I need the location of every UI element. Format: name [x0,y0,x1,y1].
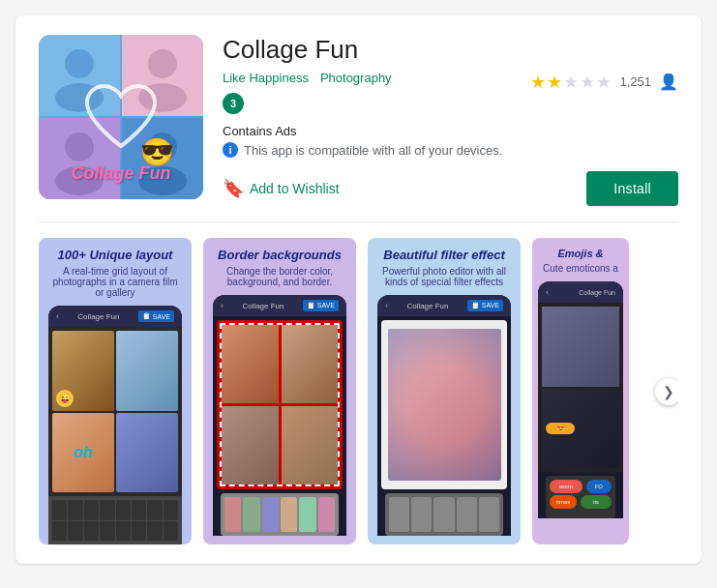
sc4-p1 [542,307,619,387]
sc3-c3 [433,497,454,532]
sc4-emoji: 😍 [546,423,575,434]
sc4-chip3: times [550,495,577,509]
tag-photography[interactable]: Photography [320,71,392,85]
sc1-subtitle: A real-time grid layout of photographs i… [39,266,192,306]
sc4-chip4: its [581,495,612,509]
kb-10 [68,521,82,542]
kb-15 [147,521,162,542]
install-button[interactable]: Install [586,171,678,206]
sc3-c4 [457,497,477,532]
star-2: ★ [547,72,562,93]
tags-and-rating: Like Happiness Photography ★ ★ ★ ★ ★ 1,2… [223,71,678,93]
kb-2 [68,500,82,520]
sc1-title: 100+ Unique layout [39,238,192,266]
next-arrow-icon: ❯ [663,384,674,399]
sc2-bottom [221,493,339,536]
sc4-row1: woop FO [550,480,612,493]
user-icon: 👤 [659,73,678,91]
sc1-photo2 [116,331,178,411]
sc2-c6 [318,497,335,532]
wishlist-label: Add to Wishlist [250,181,340,196]
wishlist-icon: 🔖 [223,178,244,199]
rating-count: 1,251 [619,74,651,89]
sc3-bottom [385,493,503,536]
sc2-p4 [282,406,339,485]
icon-text: Collage Fun [39,163,203,184]
sc1-keyboard [48,496,182,544]
sc4-chip1: woop [550,480,583,493]
star-5: ★ [596,72,612,93]
sc1-back: ‹ [56,311,59,321]
kb-8 [164,500,178,520]
sc4-app-label: Collage Fun [579,289,615,296]
sc2-c5 [299,497,315,532]
screenshot-4: Emojis & Cute emoticons a ‹ Collage Fun … [532,238,629,544]
action-row: 🔖 Add to Wishlist Install [223,171,678,206]
info-icon: i [223,142,238,158]
emoji-sticker: 😎 [140,136,174,168]
sc2-back: ‹ [221,301,224,310]
sc4-chip2: FO [586,480,612,493]
kb-7 [147,500,162,520]
app-title: Collage Fun [223,35,678,65]
star-4: ★ [580,72,595,93]
compat-row: i This app is compatible with all of you… [223,142,678,158]
sc4-row2: times its [550,495,612,509]
app-icon: Collage Fun 😎 [39,35,203,199]
screenshots-row: 100+ Unique layout A real-time grid layo… [39,238,678,544]
sc2-p2 [282,325,339,403]
kb-4 [100,500,114,520]
sc4-phone-bar: ‹ Collage Fun [538,281,623,303]
sc1-phone: ‹ Collage Fun 📋 SAVE 😜 oh [48,306,182,544]
kb-16 [164,521,178,542]
kb-9 [52,521,67,542]
sc4-title: Emojis & [532,238,629,263]
sc2-content [217,320,343,489]
sc2-c1 [224,497,241,532]
sc3-filter [388,329,501,482]
sc2-subtitle: Change the border color, background, and… [203,266,356,295]
sc2-grid [220,323,340,486]
sc3-title: Beautiful filter effect [368,238,521,266]
kb-3 [84,500,99,520]
contains-ads-label: Contains Ads [223,124,678,138]
screenshot-1: 100+ Unique layout A real-time grid layo… [39,238,192,544]
sc1-save: 📋 SAVE [138,310,174,322]
sc1-phone-bar: ‹ Collage Fun 📋 SAVE [48,306,182,327]
sc2-c2 [243,497,259,532]
divider [39,221,678,222]
wishlist-button[interactable]: 🔖 Add to Wishlist [223,178,340,199]
sc2-c4 [281,497,297,532]
sc4-bottom: woop FO times its [546,476,615,518]
sc1-content: 😜 oh [48,327,182,496]
sc3-phone: ‹ Collage Fun 📋 SAVE [377,295,511,536]
sc2-title: Border backgrounds [203,238,356,266]
sc2-phone-bar: ‹ Collage Fun 📋 SAVE [213,295,346,316]
kb-1 [52,500,67,520]
sc3-c2 [411,497,432,532]
tag-like-happiness[interactable]: Like Happiness [223,71,309,85]
sc3-app-label: Collage Fun [406,302,448,310]
top-section: Collage Fun 😎 Collage Fun Like Happiness… [39,35,678,206]
sc4-content: 😍 [538,303,623,472]
sc4-p2: 😍 [542,389,619,469]
sc4-phone: ‹ Collage Fun 😍 woop FO [538,281,623,518]
sc3-photo [388,329,501,482]
next-arrow-button[interactable]: ❯ [655,378,678,405]
rating-row: ★ ★ ★ ★ ★ 1,251 👤 [530,72,678,93]
sc3-c1 [389,497,409,532]
sc3-back: ‹ [385,301,388,310]
sc1-photo4 [116,413,178,493]
sc3-content [381,320,507,489]
tags-row: Like Happiness Photography [223,71,392,85]
sc2-c3 [262,497,279,532]
screenshot-3: Beautiful filter effect Powerful photo e… [368,238,521,544]
star-3: ★ [563,72,579,93]
badge-row: 3 [223,93,678,114]
kb-14 [132,521,146,542]
sc1-photo1: 😜 [52,331,114,411]
badge-circle: 3 [223,93,244,114]
compat-text: This app is compatible with all of your … [244,143,502,158]
sc2-save: 📋 SAVE [303,300,339,311]
sc4-back: ‹ [546,287,549,297]
